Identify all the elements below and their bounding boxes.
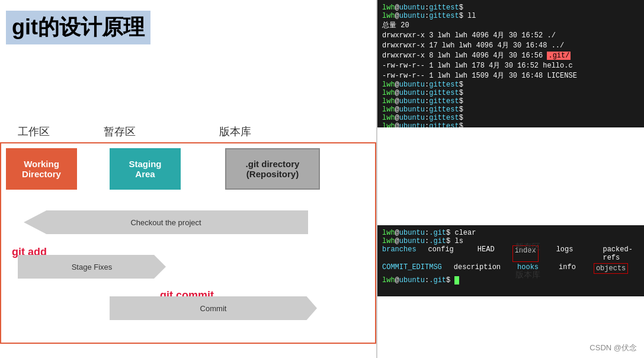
watermark: CSDN @伏念 bbox=[589, 343, 637, 353]
checkout-arrow-shape: Checkout the project bbox=[24, 210, 308, 234]
term-line-4: drwxrwxr-x 3 lwh lwh 4096 4月 30 16:52 ./ bbox=[382, 30, 639, 40]
term-commit-editmsg: COMMIT_EDITMSG bbox=[382, 263, 442, 274]
term-bottom-ls-row2: COMMIT_EDITMSG description hooks info ob… bbox=[382, 263, 639, 274]
term-info: info bbox=[559, 263, 576, 274]
term-prompt-6: lwh@ubuntu:gittest$ bbox=[382, 122, 639, 127]
checkout-arrow: Checkout the project bbox=[18, 210, 314, 234]
term-description: description bbox=[454, 263, 501, 274]
term-bottom-ls-row1: branches config HEAD index logs packed-r… bbox=[382, 245, 639, 262]
terminal-bottom: lwh@ubuntu:.git$ clear lwh@ubuntu:.git$ … bbox=[377, 225, 644, 296]
term-branches: branches bbox=[382, 245, 416, 262]
term-line-8: -rw-rw-r-- 1 lwh lwh 1509 4月 30 16:48 LI… bbox=[382, 71, 639, 81]
term-objects: objects bbox=[594, 263, 628, 274]
staging-area-box: StagingArea bbox=[110, 148, 181, 190]
term-line-3: 总量 20 bbox=[382, 20, 639, 30]
annotation-staging: 暂存区 bbox=[515, 242, 540, 252]
stage-fixes-arrow: Stage Fixes bbox=[18, 255, 166, 279]
term-logs: logs bbox=[556, 245, 573, 262]
term-prompt-3: lwh@ubuntu:gittest$ bbox=[382, 97, 639, 106]
term-prompt-5: lwh@ubuntu:gittest$ bbox=[382, 114, 639, 122]
zone-label-work: 工作区 bbox=[18, 124, 50, 139]
term-line-5: drwxrwxr-x 17 lwh lwh 4096 4月 30 16:48 .… bbox=[382, 40, 639, 50]
commit-arrow: Commit bbox=[110, 296, 317, 320]
term-prompt-2: lwh@ubuntu:gittest$ bbox=[382, 89, 639, 97]
terminal-top: lwh@ubuntu:gittest$ lwh@ubuntu:gittest$ … bbox=[377, 0, 644, 127]
term-line-1: lwh@ubuntu:gittest$ bbox=[382, 4, 639, 12]
term-line-7: -rw-rw-r-- 1 lwh lwh 178 4月 30 16:52 hel… bbox=[382, 60, 639, 71]
commit-label: Commit bbox=[200, 304, 227, 313]
term-packed-refs: packed-refs bbox=[603, 245, 639, 262]
page-title: git的设计原理 bbox=[6, 11, 150, 44]
term-config: config bbox=[428, 245, 454, 262]
term-prompt-4: lwh@ubuntu:gittest$ bbox=[382, 106, 639, 114]
term-bottom-prompt: lwh@ubuntu:.git$ bbox=[382, 276, 639, 285]
term-line-2: lwh@ubuntu:gittest$ ll bbox=[382, 12, 639, 20]
git-directory-box: .git directory(Repository) bbox=[225, 148, 320, 190]
working-directory-box: WorkingDirectory bbox=[6, 148, 77, 190]
term-head: HEAD bbox=[478, 245, 495, 262]
term-prompt-1: lwh@ubuntu:gittest$ bbox=[382, 81, 639, 89]
annotation-repo: 版本库 bbox=[515, 270, 540, 280]
zone-label-stage: 暂存区 bbox=[104, 124, 136, 139]
term-line-6: drwxrwxr-x 8 lwh lwh 4096 4月 30 16:56 .g… bbox=[382, 50, 639, 60]
zone-label-repo: 版本库 bbox=[219, 124, 251, 139]
term-bottom-line1: lwh@ubuntu:.git$ clear bbox=[382, 229, 639, 237]
checkout-label: Checkout the project bbox=[130, 218, 201, 227]
stage-fixes-label: Stage Fixes bbox=[72, 263, 113, 271]
term-bottom-line2: lwh@ubuntu:.git$ ls bbox=[382, 237, 639, 245]
